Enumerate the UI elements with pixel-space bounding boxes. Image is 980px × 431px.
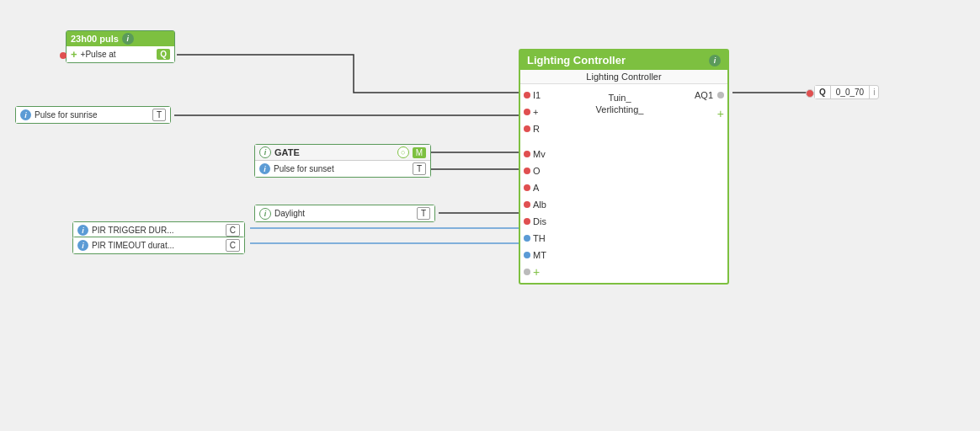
gate-sub-info-icon[interactable]: i xyxy=(259,163,270,174)
gate-header: i GATE ○ M xyxy=(255,145,430,161)
pir-timeout-body: i PIR TIMEOUT durat... C xyxy=(73,237,244,253)
pulse-sunrise-label: Pulse for sunrise xyxy=(35,110,97,120)
output-value: 0_0_70 xyxy=(831,86,869,98)
lc-body: I1 + R Mv O xyxy=(520,84,727,283)
lc-add-left-btn[interactable]: + xyxy=(533,266,540,278)
daylight-t-port: T xyxy=(417,207,430,220)
lc-port-alb: Alb xyxy=(524,197,562,212)
pir-trigger-c-port: C xyxy=(226,224,240,237)
pulse23h-left-connector xyxy=(60,52,67,59)
lc-alb-dot xyxy=(524,201,530,208)
lc-aq1-dot xyxy=(717,92,724,98)
pir-trigger-info-icon[interactable]: i xyxy=(77,225,88,236)
gate-sub-label: Pulse for sunset xyxy=(274,164,334,173)
output-q-label: Q xyxy=(815,86,831,98)
pulse-plus-icon: + xyxy=(71,48,77,61)
pulse-sunrise-t-port: T xyxy=(152,109,166,121)
lc-r-dot xyxy=(524,125,530,132)
pir-timeout-label: PIR TIMEOUT durat... xyxy=(92,241,174,250)
lc-port-plus: + xyxy=(524,104,562,120)
lc-header-title: Lighting Controller xyxy=(527,54,626,67)
pir-timeout-c-port: C xyxy=(226,239,240,252)
pulse23h-title: 23h00 puls xyxy=(71,34,119,44)
daylight-label: Daylight xyxy=(274,209,305,218)
pulse23h-info-icon[interactable]: i xyxy=(122,33,134,45)
gate-m-port: M xyxy=(413,147,426,158)
gate-label: GATE xyxy=(274,147,300,157)
lc-subheader: Lighting Controller xyxy=(520,70,727,84)
lc-port-r: R xyxy=(524,121,562,136)
gate-t-port: T xyxy=(413,162,426,175)
lc-spacer1 xyxy=(524,138,562,145)
lc-a-dot xyxy=(524,184,530,191)
pulse-q-port: Q xyxy=(157,49,170,60)
output-block: Q 0_0_70 i xyxy=(814,85,879,99)
lc-add-right-btn[interactable]: + xyxy=(717,107,724,120)
gate-info-icon[interactable]: i xyxy=(259,146,271,158)
lc-port-mv: Mv xyxy=(524,146,562,162)
lc-mt-dot xyxy=(524,252,530,258)
gate-circle-icon: ○ xyxy=(397,146,409,158)
pir-timeout-node: i PIR TIMEOUT durat... C xyxy=(72,237,245,254)
gate-node: i GATE ○ M i Pulse for sunset T xyxy=(254,144,431,178)
lc-port-a: A xyxy=(524,180,562,195)
pulse-sunrise-info-icon[interactable]: i xyxy=(20,109,31,120)
lc-th-dot xyxy=(524,235,530,242)
lc-i1-dot xyxy=(524,92,530,98)
lc-add-left[interactable]: + xyxy=(524,264,562,279)
lc-center: Tuin_ Verlichting_ xyxy=(562,88,677,279)
lc-o-dot xyxy=(524,168,530,174)
gate-body: i Pulse for sunset T xyxy=(255,161,430,177)
lc-plus-dot xyxy=(524,109,530,115)
lc-add-left-dot xyxy=(524,269,530,275)
lc-add-right[interactable]: + xyxy=(717,108,724,120)
pulse-at-label: +Pulse at xyxy=(81,50,116,59)
lc-port-th: TH xyxy=(524,231,562,246)
daylight-body: i Daylight T xyxy=(255,205,434,221)
lc-center-top: Tuin_ xyxy=(608,93,631,103)
pir-trigger-label: PIR TRIGGER DUR... xyxy=(92,226,174,235)
output-left-connector xyxy=(806,89,814,98)
lc-subtitle: Lighting Controller xyxy=(586,72,661,82)
lighting-controller-block: Lighting Controller i Lighting Controlle… xyxy=(519,49,729,285)
lc-port-mt: MT xyxy=(524,247,562,263)
lc-port-o: O xyxy=(524,163,562,178)
daylight-node: i Daylight T xyxy=(254,205,435,222)
pulse23h-header: 23h00 puls i xyxy=(67,31,174,46)
pulse-sunrise-node: i Pulse for sunrise T xyxy=(15,106,171,124)
pir-timeout-info-icon[interactable]: i xyxy=(77,240,88,251)
lc-info-icon[interactable]: i xyxy=(709,55,721,67)
output-info-btn[interactable]: i xyxy=(869,86,878,98)
pulse23h-body: + +Pulse at Q xyxy=(67,46,174,62)
lc-port-dis: Dis xyxy=(524,214,562,229)
lc-left-ports: I1 + R Mv O xyxy=(520,88,562,279)
daylight-info-icon[interactable]: i xyxy=(259,208,271,220)
lc-dis-dot xyxy=(524,218,530,225)
lc-port-aq1: AQ1 xyxy=(695,88,724,103)
lc-mv-dot xyxy=(524,151,530,157)
pulse-sunrise-body: i Pulse for sunrise T xyxy=(16,107,170,123)
lc-center-bottom: Verlichting_ xyxy=(596,104,644,114)
lc-header: Lighting Controller i xyxy=(520,51,727,70)
pulse23h-node: 23h00 puls i + +Pulse at Q xyxy=(66,30,175,63)
lc-port-i1: I1 xyxy=(524,88,562,103)
lc-right-ports: AQ1 + xyxy=(677,88,727,279)
